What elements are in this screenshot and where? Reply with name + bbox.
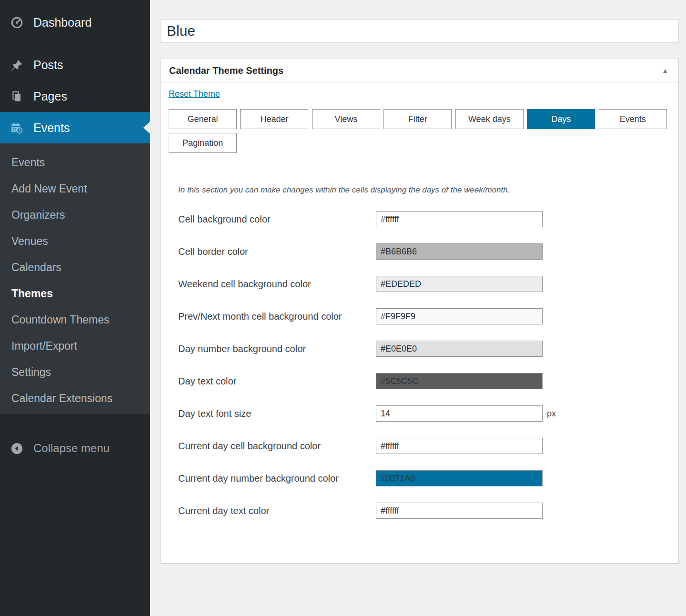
field-row: Day number background color bbox=[178, 341, 671, 357]
field-label: Weekend cell background color bbox=[178, 279, 376, 290]
tab-general[interactable]: General bbox=[169, 109, 237, 129]
collapse-menu-label: Collapse menu bbox=[33, 442, 110, 455]
field-row: Day text font size px bbox=[178, 405, 671, 422]
day-text-font-size-input[interactable] bbox=[376, 405, 543, 422]
cell-background-color-input[interactable] bbox=[376, 211, 543, 227]
tab-days[interactable]: Days bbox=[527, 109, 595, 129]
submenu-item-add-new-event[interactable]: Add New Event bbox=[0, 176, 150, 202]
current-day-cell-background-color-input[interactable] bbox=[376, 438, 543, 454]
section-description: In this section you can make changes wit… bbox=[178, 185, 671, 195]
events-submenu: Events Add New Event Organizers Venues C… bbox=[0, 143, 150, 414]
sidebar-item-label: Events bbox=[33, 121, 70, 135]
collapse-circle-arrow-icon bbox=[10, 442, 23, 455]
tab-events[interactable]: Events bbox=[599, 109, 667, 129]
submenu-item-import-export[interactable]: Import/Export bbox=[0, 333, 150, 359]
submenu-item-venues[interactable]: Venues bbox=[0, 228, 150, 254]
days-settings-fields: Cell background color Cell border color … bbox=[178, 211, 671, 519]
cell-border-color-input[interactable] bbox=[376, 243, 543, 260]
sidebar-item-events[interactable]: Events bbox=[0, 112, 150, 143]
submenu-item-calendar-extensions[interactable]: Calendar Extensions bbox=[0, 385, 150, 412]
theme-tabs: General Header Views Filter Week days Da… bbox=[169, 109, 669, 157]
field-label: Cell background color bbox=[178, 214, 376, 225]
field-row: Cell border color bbox=[178, 243, 671, 260]
tab-pagination[interactable]: Pagination bbox=[169, 133, 237, 153]
sidebar-item-label: Pages bbox=[33, 90, 67, 103]
field-label: Day text font size bbox=[178, 408, 376, 419]
field-row: Current day cell background color bbox=[178, 438, 671, 454]
pages-icon bbox=[10, 90, 23, 103]
panel-collapse-toggle-icon[interactable]: ▲ bbox=[660, 65, 670, 76]
calendar-theme-settings-panel: Calendar Theme Settings ▲ Reset Theme Ge… bbox=[161, 59, 679, 564]
tab-week-days[interactable]: Week days bbox=[455, 109, 524, 129]
field-row: Current day text color bbox=[178, 503, 671, 519]
sidebar-item-label: Dashboard bbox=[33, 16, 91, 30]
field-label: Current day text color bbox=[178, 505, 376, 516]
field-row: Cell background color bbox=[178, 211, 671, 227]
sidebar-item-label: Posts bbox=[33, 58, 63, 72]
field-label: Day number background color bbox=[178, 343, 376, 354]
submenu-item-calendars[interactable]: Calendars bbox=[0, 254, 150, 281]
reset-theme-link[interactable]: Reset Theme bbox=[169, 89, 220, 99]
sidebar-item-dashboard[interactable]: Dashboard bbox=[0, 7, 150, 38]
dashboard-gauge-icon bbox=[10, 16, 23, 29]
current-day-number-background-color-input[interactable] bbox=[376, 470, 543, 486]
tab-views[interactable]: Views bbox=[312, 109, 380, 129]
submenu-item-themes[interactable]: Themes bbox=[0, 281, 150, 307]
field-label: Current day cell background color bbox=[178, 441, 376, 452]
field-label: Cell border color bbox=[178, 246, 376, 257]
current-day-text-color-input[interactable] bbox=[376, 503, 543, 519]
field-row: Current day number background color bbox=[178, 470, 671, 486]
panel-header: Calendar Theme Settings ▲ bbox=[161, 59, 678, 82]
sidebar-item-pages[interactable]: Pages bbox=[0, 81, 150, 112]
theme-title-input[interactable] bbox=[161, 19, 679, 43]
admin-sidebar: Dashboard Posts Pages bbox=[0, 0, 150, 616]
tab-filter[interactable]: Filter bbox=[383, 109, 452, 129]
field-label: Current day number background color bbox=[178, 473, 376, 484]
field-row: Day text color bbox=[178, 373, 671, 389]
field-label: Prev/Next month cell background color bbox=[178, 311, 376, 322]
sidebar-item-posts[interactable]: Posts bbox=[0, 49, 150, 81]
submenu-item-countdown-themes[interactable]: Countdown Themes bbox=[0, 307, 150, 333]
field-row: Weekend cell background color bbox=[178, 276, 671, 292]
field-label: Day text color bbox=[178, 376, 376, 387]
collapse-menu-button[interactable]: Collapse menu bbox=[0, 433, 150, 464]
calendar-clock-icon bbox=[10, 121, 23, 134]
day-text-color-input[interactable] bbox=[376, 373, 543, 389]
menu-separator bbox=[0, 38, 150, 49]
field-row: Prev/Next month cell background color bbox=[178, 308, 671, 324]
weekend-cell-background-color-input[interactable] bbox=[376, 276, 543, 292]
pushpin-icon bbox=[10, 59, 23, 71]
submenu-item-events[interactable]: Events bbox=[0, 150, 150, 176]
day-number-background-color-input[interactable] bbox=[376, 341, 543, 357]
px-unit-label: px bbox=[547, 409, 556, 419]
prev-next-month-cell-background-color-input[interactable] bbox=[376, 308, 543, 324]
submenu-item-settings[interactable]: Settings bbox=[0, 359, 150, 385]
main-content: Calendar Theme Settings ▲ Reset Theme Ge… bbox=[150, 0, 686, 616]
tab-header[interactable]: Header bbox=[240, 109, 308, 129]
panel-body: Reset Theme General Header Views Filter … bbox=[161, 82, 678, 519]
submenu-item-organizers[interactable]: Organizers bbox=[0, 202, 150, 228]
panel-title: Calendar Theme Settings bbox=[169, 65, 283, 76]
